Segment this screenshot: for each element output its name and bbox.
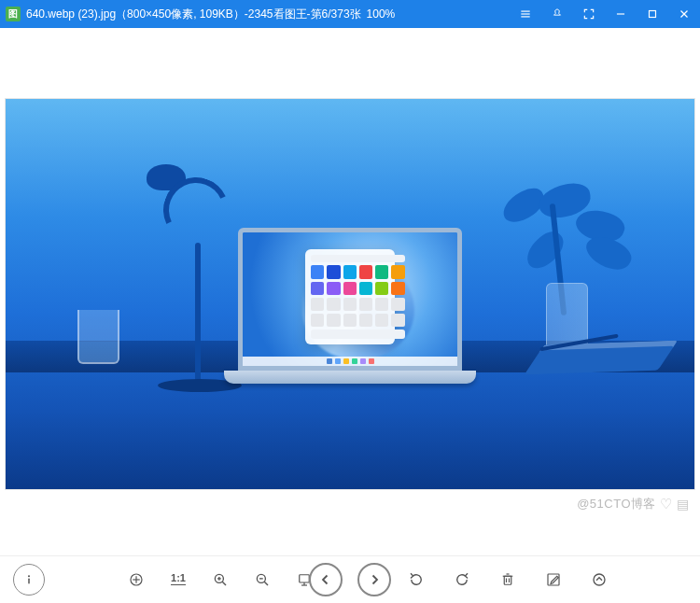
app-icon: 图 xyxy=(6,7,21,21)
svg-point-7 xyxy=(28,575,30,577)
info-button[interactable] xyxy=(13,564,45,596)
maximize-icon xyxy=(646,7,659,21)
rotate-right-icon xyxy=(454,571,470,588)
zoom-out-icon xyxy=(254,571,271,588)
rotate-left-button[interactable] xyxy=(399,563,433,596)
svg-rect-4 xyxy=(650,11,656,18)
zoom-level: 100% xyxy=(367,7,396,21)
file-name: 640.webp (23).jpg xyxy=(26,7,116,21)
close-button[interactable] xyxy=(668,0,700,28)
app-name: 2345看图王 xyxy=(248,7,307,22)
minimize-icon xyxy=(614,7,627,21)
menu-icon xyxy=(519,7,532,21)
chevron-right-icon xyxy=(366,571,383,588)
rotate-right-button[interactable] xyxy=(445,563,479,596)
zoom-in-icon xyxy=(212,571,229,588)
watermark-text: @51CTO博客 xyxy=(577,496,656,512)
zoom-out-button[interactable] xyxy=(245,563,279,596)
rotate-left-icon xyxy=(408,571,425,588)
edit-icon xyxy=(545,571,562,588)
heart-icon: ♡ xyxy=(660,496,673,512)
svg-rect-22 xyxy=(504,576,511,584)
chevron-up-circle-icon xyxy=(591,571,608,588)
image-viewport[interactable]: @51CTO博客 ♡ ▤ xyxy=(0,28,700,555)
watermark: @51CTO博客 ♡ ▤ xyxy=(577,496,689,512)
menu-button[interactable] xyxy=(510,0,541,28)
fit-screen-button[interactable] xyxy=(119,563,153,596)
prev-image-button[interactable] xyxy=(309,563,343,596)
trash-icon xyxy=(499,571,516,588)
pin-button[interactable] xyxy=(541,0,573,28)
edit-button[interactable] xyxy=(537,563,570,596)
minimize-button[interactable] xyxy=(605,0,637,28)
fullscreen-button[interactable] xyxy=(573,0,605,28)
svg-point-28 xyxy=(594,574,605,585)
ratio-label: 1:1 xyxy=(171,573,186,585)
page-counter: 第6/373张 xyxy=(311,7,361,22)
more-button[interactable] xyxy=(582,563,616,596)
svg-rect-19 xyxy=(300,574,310,582)
bottom-toolbar: 1:1 xyxy=(0,555,700,602)
file-dimensions: （800×450像素, 109KB） xyxy=(116,7,245,22)
fullscreen-icon xyxy=(582,7,595,21)
actual-size-button[interactable]: 1:1 xyxy=(161,563,195,596)
svg-line-17 xyxy=(264,582,268,585)
zoom-in-button[interactable] xyxy=(203,563,237,596)
window-controls xyxy=(510,0,700,28)
svg-line-13 xyxy=(222,582,226,585)
fit-screen-icon xyxy=(128,571,145,588)
info-icon xyxy=(21,571,37,588)
svg-rect-8 xyxy=(28,578,30,583)
maximize-button[interactable] xyxy=(637,0,668,28)
displayed-image xyxy=(6,99,694,489)
delete-button[interactable] xyxy=(491,563,525,596)
next-image-button[interactable] xyxy=(357,563,391,596)
chevron-left-icon xyxy=(317,571,334,588)
close-icon xyxy=(678,7,691,21)
bookmark-icon: ▤ xyxy=(677,497,690,512)
pin-icon xyxy=(551,7,564,21)
titlebar: 图 640.webp (23).jpg （800×450像素, 109KB） -… xyxy=(0,0,700,28)
